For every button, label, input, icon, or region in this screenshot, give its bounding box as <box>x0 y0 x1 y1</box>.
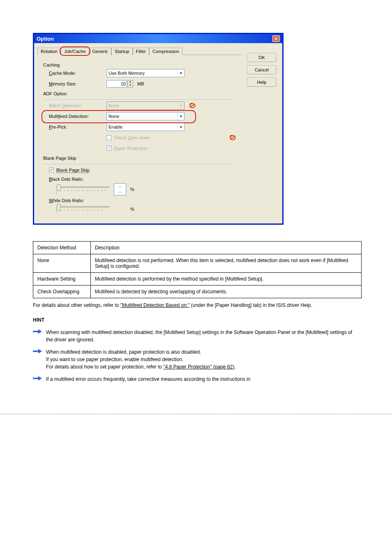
svg-line-1 <box>191 104 194 107</box>
prepick-value: Enable <box>108 124 122 129</box>
hint-text: If a multifeed error occurs frequently, … <box>46 375 359 383</box>
multifeed-detection-label: Multifeed Detection: <box>49 114 102 119</box>
prohibit-icon <box>229 134 238 141</box>
svg-line-3 <box>231 136 235 139</box>
group-caching: Caching <box>43 62 238 67</box>
multifeed-detection-value: None <box>108 114 119 119</box>
black-dots-slider[interactable]: | | | | | | | | | | | | | | | <box>56 185 110 194</box>
multifeed-row: Multifeed Detection: None ▼ <box>49 112 238 120</box>
arrow-right-icon <box>33 329 42 336</box>
check-overskew-checkbox: Check Over-skew <box>106 135 150 140</box>
tab-panel: Caching Cache Mode: Use Both Memory ▼ Me… <box>37 55 242 218</box>
page-separator <box>0 414 392 415</box>
tab-startup[interactable]: Startup <box>111 48 132 55</box>
percent-label: % <box>130 207 134 212</box>
memory-size-input[interactable] <box>106 80 127 88</box>
tab-bar: Rotation Job/Cache Generic Startup Filte… <box>37 47 242 55</box>
table-cell: Multifeed is detected by detecting overl… <box>91 286 362 298</box>
table-header-right: Description <box>91 242 362 254</box>
group-adf: ADF Option <box>43 91 238 96</box>
table-cell: Multifeed detection is not performed. Wh… <box>91 254 362 273</box>
hint-text: When scanning with multifeed detection d… <box>46 329 359 343</box>
spinner-up-icon[interactable]: ▲ <box>128 81 133 84</box>
memory-size-spinner[interactable]: ▲▼ <box>106 80 133 88</box>
cache-mode-select[interactable]: Use Both Memory ▼ <box>106 69 184 77</box>
batch-detection-select: None ▼ <box>106 101 184 110</box>
white-dots-label: White Dots Ratio: <box>49 198 238 203</box>
hint-heading: HINT <box>33 316 359 324</box>
help-button[interactable]: Help <box>247 78 277 87</box>
separator <box>43 99 232 100</box>
table-cell: Multifeed detection is performed by the … <box>91 273 362 286</box>
group-blank: Blank Page Skip <box>43 156 238 161</box>
white-dots-slider[interactable]: | | | | | | | | | | | | | | | <box>56 205 110 214</box>
chevron-down-icon: ▼ <box>178 69 184 77</box>
cache-mode-label: Cache Mode: <box>49 71 102 76</box>
tab-filter[interactable]: Filter <box>133 48 149 55</box>
percent-label: % <box>130 187 134 192</box>
body-paragraph: For details about other settings, refer … <box>33 302 359 309</box>
slider-thumb[interactable] <box>57 204 61 211</box>
tab-generic[interactable]: Generic <box>89 48 112 55</box>
option-dialog: Option × Rotation Job/Cache Generic Star… <box>33 33 284 225</box>
arrow-right-icon <box>33 375 42 383</box>
close-icon[interactable]: × <box>272 35 280 42</box>
chevron-down-icon: ▼ <box>178 123 184 131</box>
prohibit-icon <box>189 102 198 109</box>
detection-method-table: Detection Method Description None Multif… <box>33 241 362 298</box>
table-cell: None <box>33 254 91 273</box>
hint-text: When multifeed detection is disabled, pa… <box>46 348 359 371</box>
tab-compression[interactable]: Compression <box>149 48 182 55</box>
black-dots-label: Black Dots Ratio: <box>49 177 238 182</box>
blank-page-skip-checkbox[interactable]: Blank Page Skip <box>49 168 90 173</box>
paper-protection-checkbox: Paper Protection <box>106 146 148 151</box>
batch-detection-label: Batch Detection: <box>49 103 102 108</box>
prepick-label: Pre-Pick: <box>49 124 102 129</box>
table-cell: Check Overlapping <box>33 286 91 298</box>
check-overskew-label: Check Over-skew <box>114 135 150 140</box>
ref-link: "4.6 Paper Protection" (page 82) <box>164 364 235 370</box>
cache-mode-value: Use Both Memory <box>108 71 145 76</box>
chevron-down-icon: ▼ <box>178 102 184 109</box>
paper-protection-label: Paper Protection <box>114 146 148 151</box>
tab-job-cache[interactable]: Job/Cache <box>61 48 89 55</box>
arrow-right-icon <box>33 348 42 356</box>
prepick-select[interactable]: Enable ▼ <box>106 123 184 131</box>
titlebar: Option × <box>34 34 282 43</box>
ref-link: "Multifeed Detection Based on:" <box>120 302 190 308</box>
dialog-title: Option <box>37 36 54 42</box>
black-dots-value-box: ···· <box>114 183 126 196</box>
tab-rotation[interactable]: Rotation <box>37 48 61 55</box>
table-header-left: Detection Method <box>33 242 91 254</box>
ok-button[interactable]: OK <box>247 53 277 62</box>
blank-page-skip-label: Blank Page Skip <box>56 168 90 173</box>
memory-size-unit: MB <box>137 81 144 86</box>
chevron-down-icon: ▼ <box>178 113 184 120</box>
memory-size-label: Memory Size: <box>49 81 102 86</box>
multifeed-detection-select[interactable]: None ▼ <box>106 112 184 120</box>
spinner-down-icon[interactable]: ▼ <box>128 84 133 87</box>
slider-thumb[interactable] <box>57 184 61 191</box>
batch-detection-value: None <box>108 103 119 108</box>
separator <box>43 164 232 164</box>
table-cell: Hardware Setting <box>33 273 91 286</box>
cancel-button[interactable]: Cancel <box>247 65 277 74</box>
